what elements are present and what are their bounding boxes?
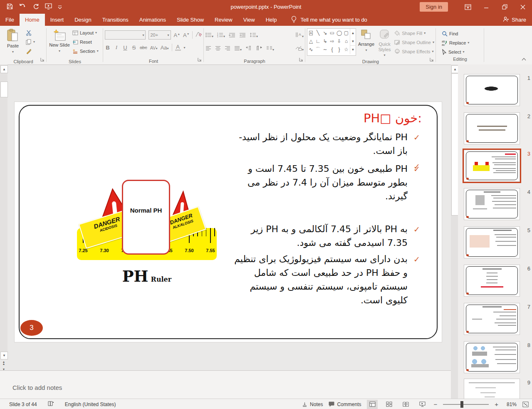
shape-oval-icon[interactable]: ◯ bbox=[337, 30, 342, 36]
ph-ruler-image[interactable]: 7.25 7.30 7.35 7.40 7.45 7.50 7.55 DANGE… bbox=[77, 179, 217, 297]
scroll-up-button[interactable]: ▲ bbox=[0, 65, 8, 73]
italic-button[interactable]: I bbox=[114, 44, 119, 51]
character-spacing-button[interactable]: AV▾ bbox=[150, 45, 158, 51]
thumbnail-slide-3-selected[interactable]: 3 bbox=[464, 150, 530, 181]
tab-home[interactable]: Home bbox=[20, 14, 45, 26]
slide-sorter-view-button[interactable] bbox=[384, 400, 394, 409]
shape-elbow-arrow-icon[interactable]: ↳ bbox=[323, 38, 327, 44]
thumbnail-slide-6[interactable]: 6 bbox=[464, 265, 530, 296]
change-case-button[interactable]: Aa▾ bbox=[161, 45, 169, 51]
underline-button[interactable]: U bbox=[122, 45, 128, 51]
thumbnail-scrollbar[interactable]: ▲ bbox=[451, 64, 458, 399]
decrease-font-size-button[interactable]: A▼ bbox=[183, 32, 189, 38]
align-right-button[interactable] bbox=[225, 46, 230, 52]
close-button[interactable] bbox=[514, 0, 532, 14]
reset-button[interactable]: Reset bbox=[72, 38, 99, 45]
shape-home-icon[interactable]: ⌂ bbox=[345, 38, 348, 44]
font-color-button[interactable]: A bbox=[175, 45, 181, 51]
comments-toggle[interactable]: Comments bbox=[329, 402, 361, 407]
shape-arc-icon[interactable]: ⌒ bbox=[316, 46, 321, 53]
spellcheck-icon[interactable] bbox=[48, 401, 54, 408]
notes-placeholder[interactable]: Click to add notes bbox=[12, 384, 62, 391]
zoom-out-button[interactable]: − bbox=[433, 401, 437, 408]
tab-insert[interactable]: Insert bbox=[45, 14, 69, 26]
font-size-combo[interactable]: 20+▾ bbox=[148, 30, 171, 40]
bullet-item[interactable]: ✓ PH نمایانگر وضعیت یک محلول از نظر اسید… bbox=[230, 130, 422, 158]
copy-button[interactable]: ▾ bbox=[26, 38, 35, 45]
shape-right-arrow-icon[interactable]: ⇨ bbox=[330, 38, 334, 44]
reading-view-button[interactable] bbox=[400, 400, 411, 409]
new-slide-button[interactable]: New Slide▾ bbox=[48, 27, 71, 59]
undo-icon[interactable] bbox=[19, 4, 27, 10]
notes-pane[interactable]: Click to add notes bbox=[0, 370, 451, 399]
ltr-direction-button[interactable] bbox=[245, 46, 252, 52]
shape-star-icon[interactable]: ☆ bbox=[344, 47, 349, 52]
shape-elbow-icon[interactable]: ∟ bbox=[316, 38, 321, 44]
font-dialog-launcher-icon[interactable] bbox=[198, 56, 202, 63]
save-icon[interactable] bbox=[7, 3, 13, 10]
language-indicator[interactable]: English (United States) bbox=[65, 402, 116, 407]
line-spacing-button[interactable]: ▾ bbox=[250, 32, 258, 39]
format-painter-button[interactable] bbox=[26, 47, 35, 55]
restore-button[interactable] bbox=[495, 0, 514, 14]
previous-slide-button[interactable]: ▲▲ bbox=[0, 359, 7, 366]
slide-counter[interactable]: Slide 3 of 44 bbox=[9, 402, 37, 407]
text-direction-button[interactable]: A▾ bbox=[295, 32, 304, 39]
find-button[interactable]: Find bbox=[442, 30, 483, 37]
thumbnail-slide-5[interactable]: 5 bbox=[464, 226, 530, 258]
tab-animations[interactable]: Animations bbox=[134, 14, 171, 26]
slide-show-view-button[interactable] bbox=[417, 400, 428, 409]
shape-scribble-icon[interactable]: ∿ bbox=[309, 47, 313, 52]
shapes-gallery[interactable]: A ╲ ↘ ▭ ◯ ▢ ▲ △ ∟ ↳ ⇨ ⇩ ⌂ ▼ ∿ ⌒ ∼ bbox=[307, 28, 356, 56]
tab-transitions[interactable]: Transitions bbox=[97, 14, 134, 26]
zoom-percentage[interactable]: 81% bbox=[504, 402, 517, 407]
shapes-more-icon[interactable]: ▼ bbox=[350, 45, 356, 54]
bullets-button[interactable]: ▾ bbox=[205, 32, 213, 39]
shape-arrow-icon[interactable]: ↘ bbox=[323, 30, 327, 36]
tab-help[interactable]: Help bbox=[260, 14, 282, 26]
decrease-indent-button[interactable] bbox=[229, 32, 235, 39]
quick-styles-button[interactable]: Quick Styles▾ bbox=[376, 27, 393, 59]
collapse-ribbon-icon[interactable] bbox=[522, 55, 526, 62]
font-color-dropdown-icon[interactable]: ▾ bbox=[184, 46, 186, 50]
shape-effects-button[interactable]: Shape Effects▾ bbox=[394, 48, 434, 55]
section-button[interactable]: Section▾ bbox=[72, 47, 99, 55]
tell-me-box[interactable]: Tell me what you want to do bbox=[291, 14, 367, 26]
cut-button[interactable] bbox=[26, 29, 35, 36]
thumbnail-slide-1[interactable]: 1 bbox=[464, 74, 530, 105]
shape-curve-icon[interactable]: ∼ bbox=[323, 47, 327, 52]
convert-smartart-button[interactable]: ▾ bbox=[295, 45, 304, 52]
slide-body-text[interactable]: ✓ PH نمایانگر وضعیت یک محلول از نظر اسید… bbox=[230, 130, 422, 307]
shape-brace-right-icon[interactable]: } bbox=[338, 47, 340, 52]
fit-slide-to-window-icon[interactable] bbox=[522, 402, 529, 407]
tab-view[interactable]: View bbox=[238, 14, 260, 26]
shape-rectangle-icon[interactable]: ▭ bbox=[330, 30, 334, 36]
columns-button[interactable]: ▾ bbox=[266, 46, 274, 52]
scroll-down-button[interactable]: ▼ bbox=[0, 352, 8, 359]
sign-in-button[interactable]: Sign in bbox=[420, 2, 448, 12]
shape-triangle-icon[interactable]: △ bbox=[309, 38, 313, 44]
zoom-in-button[interactable]: + bbox=[495, 401, 498, 408]
increase-font-size-button[interactable]: A▲ bbox=[174, 32, 180, 38]
shape-outline-button[interactable]: Shape Outline▾ bbox=[394, 39, 434, 46]
tab-review[interactable]: Review bbox=[209, 14, 238, 26]
strikethrough-button[interactable]: S bbox=[131, 45, 137, 51]
slide-title[interactable]: PH□ خون: bbox=[364, 111, 422, 125]
paragraph-dialog-launcher-icon[interactable] bbox=[299, 56, 303, 63]
bold-button[interactable]: B bbox=[105, 45, 111, 51]
start-from-beginning-icon[interactable] bbox=[45, 3, 52, 10]
clipboard-dialog-launcher-icon[interactable] bbox=[40, 56, 45, 63]
zoom-slider[interactable] bbox=[443, 404, 489, 405]
numbering-button[interactable]: 123▾ bbox=[217, 32, 225, 39]
slide-canvas[interactable]: PH□ خون: ✓ PH نمایانگر وضعیت یک محلول از… bbox=[15, 102, 442, 342]
increase-indent-button[interactable] bbox=[239, 32, 246, 39]
minimize-button[interactable] bbox=[477, 0, 495, 14]
shape-down-arrow-icon[interactable]: ⇩ bbox=[337, 38, 341, 44]
replace-button[interactable]: abac Replace▾ bbox=[442, 39, 483, 46]
thumbnail-slide-8[interactable]: 8 bbox=[464, 341, 530, 372]
bullet-item[interactable]: ✓ بدن دارای سه سیستم فیزیولوژیک برای تنظ… bbox=[230, 252, 422, 307]
tab-file[interactable]: File bbox=[0, 14, 20, 26]
justify-button[interactable]: ▾ bbox=[234, 46, 242, 52]
shape-fill-button[interactable]: Shape Fill▾ bbox=[394, 30, 434, 37]
rtl-direction-button[interactable] bbox=[256, 46, 262, 52]
